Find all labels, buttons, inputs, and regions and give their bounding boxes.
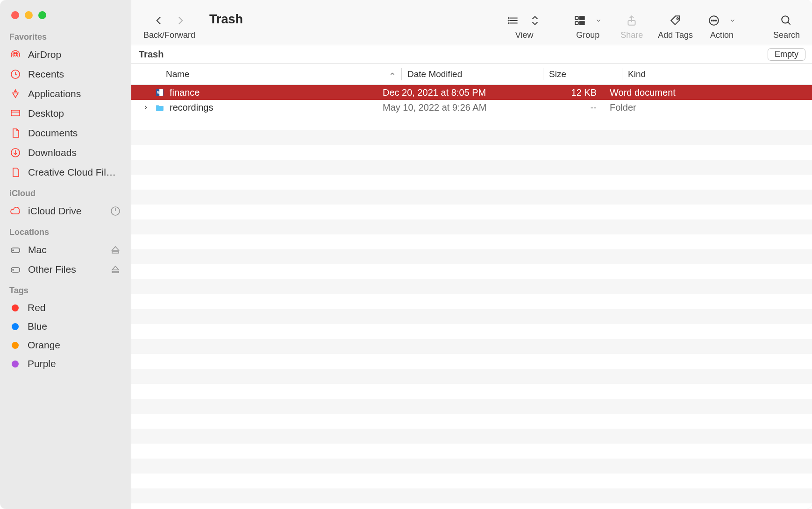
sidebar: FavoritesAirDropRecentsApplicationsDeskt… [0, 0, 131, 509]
empty-row [131, 219, 812, 234]
empty-row [131, 234, 812, 249]
sort-ascending-icon [389, 69, 396, 79]
disclosure-triangle[interactable] [142, 104, 150, 111]
file-row[interactable]: recordingsMay 10, 2022 at 9:26 AM--Folde… [131, 100, 812, 115]
search-group[interactable]: Search [773, 14, 800, 40]
empty-row [131, 488, 812, 503]
svg-rect-24 [580, 24, 584, 25]
column-size[interactable]: Size [543, 69, 622, 79]
sidebar-item-orange[interactable]: Orange [0, 336, 131, 354]
svg-rect-9 [112, 252, 119, 253]
sidebar-item-label: Desktop [28, 108, 121, 119]
empty-row [131, 279, 812, 294]
svg-point-8 [13, 250, 14, 251]
tag-color-dot [12, 361, 19, 368]
sidebar-item-label: Other Files [28, 264, 103, 275]
svg-point-17 [508, 20, 509, 21]
sidebar-item-blue[interactable]: Blue [0, 317, 131, 336]
sidebar-item-icloud-drive[interactable]: iCloud Drive [0, 201, 131, 221]
add-tags-caption: Add Tags [658, 30, 693, 40]
svg-point-18 [508, 23, 509, 23]
sidebar-item-label: Creative Cloud Fil… [28, 167, 121, 178]
file-list[interactable]: WfinanceDec 20, 2021 at 8:05 PM12 KBWord… [131, 85, 812, 509]
chevron-down-icon [729, 17, 736, 26]
svg-point-16 [508, 18, 509, 18]
chevron-down-icon [595, 17, 602, 26]
view-group[interactable]: View [507, 14, 541, 40]
tag-color-dot [12, 323, 19, 330]
svg-rect-21 [580, 19, 584, 20]
eject-icon[interactable] [109, 263, 121, 276]
minimize-window-button[interactable] [25, 11, 33, 19]
window-controls [0, 0, 131, 26]
back-button[interactable] [153, 14, 165, 28]
empty-trash-button[interactable]: Empty [768, 48, 805, 61]
updown-icon [529, 14, 541, 28]
empty-row [131, 324, 812, 339]
sidebar-section-header: Locations [0, 221, 131, 240]
sidebar-item-other-files[interactable]: Other Files [0, 260, 131, 279]
empty-row [131, 264, 812, 279]
empty-row [131, 474, 812, 488]
clock-icon [9, 68, 21, 80]
file-size: -- [518, 102, 604, 113]
sidebar-item-mac[interactable]: Mac [0, 240, 131, 260]
column-kind[interactable]: Kind [622, 69, 812, 79]
clock-face-icon[interactable] [109, 205, 121, 217]
svg-rect-23 [580, 21, 584, 22]
search-caption: Search [773, 30, 800, 40]
svg-point-0 [14, 53, 17, 56]
empty-row [131, 294, 812, 309]
sidebar-item-creative-cloud-fil-[interactable]: Creative Cloud Fil… [0, 163, 131, 182]
empty-row [131, 145, 812, 160]
sidebar-item-label: Mac [28, 244, 103, 255]
empty-row [131, 459, 812, 474]
close-window-button[interactable] [11, 11, 19, 19]
forward-button[interactable] [174, 14, 186, 28]
add-tags-group[interactable]: Add Tags [658, 14, 693, 40]
main-area: Back/Forward Trash View Group [131, 0, 812, 509]
back-forward-group: Back/Forward [143, 14, 195, 40]
eject-icon[interactable] [109, 244, 121, 256]
empty-row [131, 205, 812, 219]
action-group[interactable]: Action [708, 14, 736, 40]
sidebar-item-red[interactable]: Red [0, 298, 131, 317]
sidebar-item-purple[interactable]: Purple [0, 354, 131, 373]
fullscreen-window-button[interactable] [38, 11, 46, 19]
empty-row [131, 175, 812, 190]
sidebar-item-label: Orange [28, 339, 121, 351]
cloud-icon [9, 205, 21, 217]
file-row[interactable]: WfinanceDec 20, 2021 at 8:05 PM12 KBWord… [131, 85, 812, 100]
column-name[interactable]: Name [131, 69, 401, 79]
svg-point-29 [713, 20, 714, 21]
sidebar-item-label: Recents [28, 69, 121, 80]
share-icon [626, 14, 638, 28]
sidebar-item-downloads[interactable]: Downloads [0, 143, 131, 163]
list-view-icon [507, 14, 520, 28]
sidebar-item-desktop[interactable]: Desktop [0, 104, 131, 123]
sidebar-item-label: Documents [28, 127, 121, 139]
search-icon [780, 14, 792, 28]
group-icon [574, 14, 586, 28]
sidebar-item-documents[interactable]: Documents [0, 123, 131, 143]
svg-rect-19 [575, 16, 578, 20]
sidebar-item-applications[interactable]: Applications [0, 84, 131, 104]
column-headers: Name Date Modified Size Kind [131, 64, 812, 85]
svg-rect-20 [580, 16, 584, 17]
desktop-icon [9, 107, 21, 120]
document-icon [9, 127, 21, 139]
group-group[interactable]: Group [574, 14, 602, 40]
sidebar-item-label: iCloud Drive [28, 205, 103, 217]
empty-row [131, 130, 812, 145]
window-title: Trash [209, 12, 243, 33]
location-path: Trash [139, 49, 164, 60]
sidebar-item-airdrop[interactable]: AirDrop [0, 45, 131, 64]
empty-row [131, 354, 812, 369]
folder-file-icon [155, 102, 165, 113]
sidebar-item-recents[interactable]: Recents [0, 64, 131, 84]
view-caption: View [515, 30, 534, 40]
svg-text:W: W [157, 90, 161, 95]
file-size: 12 KB [518, 87, 604, 98]
column-date-modified[interactable]: Date Modified [402, 69, 543, 79]
drive-icon [9, 263, 21, 276]
